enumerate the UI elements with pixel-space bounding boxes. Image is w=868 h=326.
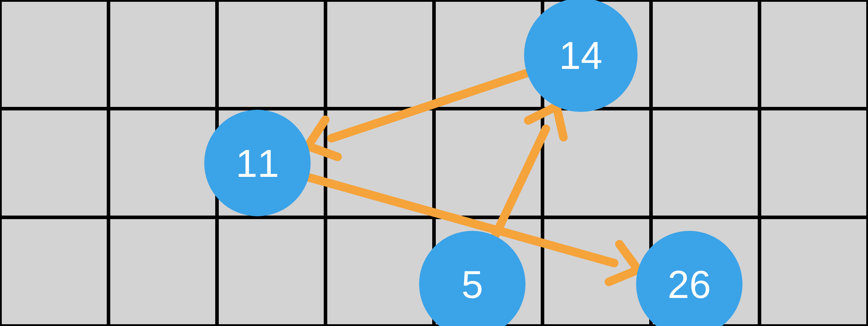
node-label: 11 (236, 141, 279, 186)
node-label: 26 (668, 262, 711, 307)
node-14[interactable]: 14 (524, 0, 638, 112)
node-label: 5 (461, 262, 483, 307)
node-label: 14 (559, 33, 602, 78)
diagram-stage: 1114526 (0, 0, 868, 326)
node-11[interactable]: 11 (204, 110, 311, 216)
